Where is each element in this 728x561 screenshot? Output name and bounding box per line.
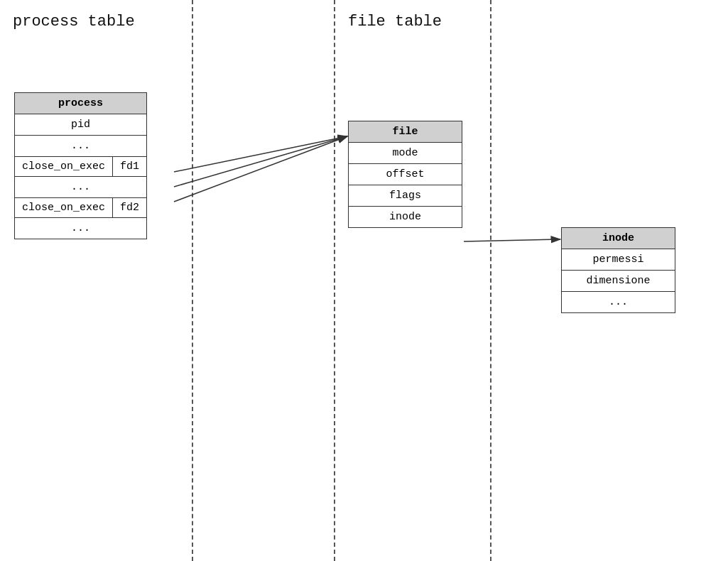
arrow-dots-to-file [174, 136, 347, 187]
inode-row-dimensione: dimensione [562, 271, 675, 292]
process-table: process pid ... close_on_exec fd1 ... cl… [14, 92, 147, 239]
process-row-pid: pid [15, 114, 147, 136]
file-row-offset: offset [349, 164, 462, 185]
process-row-close-exec2: close_on_exec [15, 198, 113, 218]
process-table-title: process table [13, 13, 135, 31]
diagram-container: process table file table process pid ...… [0, 0, 728, 561]
arrow-fd2-to-file [174, 136, 347, 202]
arrow-fd1-to-file [174, 136, 347, 172]
process-row-dots2: ... [15, 177, 147, 198]
inode-table: inode permessi dimensione ... [561, 227, 675, 313]
inode-row-permessi: permessi [562, 249, 675, 271]
process-row-close-exec1: close_on_exec [15, 157, 113, 177]
file-table-header: file [349, 121, 462, 143]
process-row-fd1: fd1 [113, 157, 147, 177]
file-table: file mode offset flags inode [348, 121, 462, 228]
arrow-inode-to-inodetable [464, 239, 560, 241]
dashed-line-2 [334, 0, 335, 561]
process-row-dots3: ... [15, 218, 147, 239]
dashed-line-1 [192, 0, 193, 561]
process-row-dots1: ... [15, 136, 147, 157]
file-table-title: file table [348, 13, 442, 31]
file-row-flags: flags [349, 185, 462, 207]
process-row-fd2: fd2 [113, 198, 147, 218]
dashed-line-3 [490, 0, 491, 561]
file-row-inode: inode [349, 207, 462, 228]
inode-row-dots: ... [562, 292, 675, 313]
file-row-mode: mode [349, 143, 462, 164]
inode-table-header: inode [562, 228, 675, 249]
process-table-header: process [15, 93, 147, 114]
